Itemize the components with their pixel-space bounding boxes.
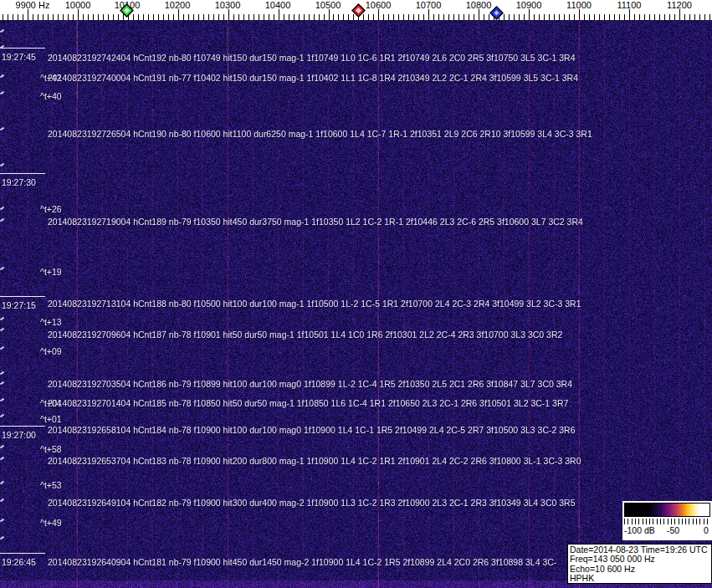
ruler-tick — [208, 14, 209, 20]
ruler-tick — [694, 14, 695, 20]
ruler-tick — [88, 14, 89, 20]
ruler-tick — [464, 14, 464, 20]
ruler-tick — [223, 14, 224, 20]
ruler-label: 9900 Hz — [16, 0, 50, 10]
ruler-tick — [58, 14, 59, 20]
ruler-tick — [53, 14, 54, 20]
ruler-tick — [243, 14, 244, 20]
time-axis-label: 19:27:30 — [0, 173, 45, 189]
time-offset-tag: ^t+01 — [40, 414, 62, 424]
db-color-scale: -100 dB -50 0 — [622, 501, 712, 540]
ruler-tick — [398, 14, 399, 20]
blue-frequency-marker-icon[interactable] — [489, 6, 504, 20]
ruler-tick — [274, 14, 274, 20]
time-offset-tag: ^t+49 — [40, 518, 62, 528]
ruler-tick — [529, 9, 530, 20]
ruler-tick — [709, 14, 710, 20]
ruler-tick — [589, 14, 590, 20]
color-gradient-bar — [624, 503, 710, 517]
time-offset-tag: ^t+53 — [40, 480, 62, 490]
ruler-tick — [63, 14, 64, 20]
ruler-tick — [679, 9, 680, 20]
ruler-tick — [304, 14, 305, 20]
ruler-tick — [674, 14, 675, 20]
time-axis-label: 19:26:45 — [0, 553, 45, 569]
time-axis-label: 19:27:45 — [0, 48, 45, 64]
echo-log-line: 20140823192658104 hCnt184 nb-78 f10900 h… — [48, 425, 576, 435]
time-text: 19:27:30 — [0, 177, 36, 187]
ruler-tick — [43, 14, 44, 20]
ruler-tick — [373, 14, 374, 20]
ruler-tick — [383, 14, 384, 20]
ruler-tick — [163, 14, 164, 20]
ruler-tick — [413, 14, 414, 20]
green-frequency-marker-icon[interactable] — [120, 3, 134, 18]
ruler-tick — [238, 14, 239, 20]
ruler-tick — [509, 14, 510, 20]
ruler-tick — [98, 14, 99, 20]
ruler-tick — [584, 14, 585, 20]
ruler-tick — [574, 14, 575, 20]
ruler-tick — [178, 9, 179, 20]
echo-log-line: 20140823192701404 hCnt185 nb-78 f10850 h… — [48, 398, 568, 408]
ruler-tick — [108, 14, 109, 20]
ruler-tick — [554, 14, 555, 20]
time-offset-tag: ^t+58 — [40, 444, 62, 454]
ruler-tick — [393, 14, 394, 20]
echo-log-line: 20140823192640904 hCnt181 nb-79 f10900 h… — [48, 557, 556, 567]
time-axis-label: 19:27:15 — [0, 296, 45, 312]
ruler-tick — [193, 14, 194, 20]
ruler-tick — [659, 14, 660, 20]
ruler-label: 10200 — [165, 0, 191, 10]
ruler-tick — [619, 14, 620, 20]
ruler-tick — [644, 14, 645, 20]
ruler-tick — [183, 14, 184, 20]
ruler-tick — [629, 9, 630, 20]
ruler-tick — [569, 14, 570, 20]
time-offset-tag: ^t+40 — [40, 91, 62, 101]
ruler-tick — [458, 14, 459, 20]
ruler-tick — [198, 14, 199, 20]
time-offset-tag: ^t+13 — [40, 317, 62, 327]
time-offset-tag: ^t+26 — [40, 204, 62, 214]
spectrogram-window: { "ruler": { "labels": ["9900 Hz","10000… — [0, 0, 712, 588]
ruler-tick — [448, 14, 449, 20]
ruler-tick — [138, 14, 139, 20]
ruler-tick — [418, 14, 419, 20]
ruler-tick — [309, 14, 310, 20]
ruler-tick — [579, 9, 580, 20]
ruler-tick — [264, 14, 264, 20]
info-station-id: HPHK — [570, 574, 709, 583]
ruler-tick — [699, 14, 700, 20]
echo-log-line: 20140823192742404 hCnt192 nb-80 f10749 h… — [48, 53, 576, 63]
ruler-tick — [524, 14, 525, 20]
ruler-tick — [534, 14, 535, 20]
echo-log-line: 20140823192740004 hCnt191 nb-77 f10402 h… — [48, 73, 578, 83]
ruler-tick — [254, 14, 254, 20]
ruler-tick — [348, 14, 349, 20]
ruler-tick — [564, 14, 565, 20]
ruler-tick — [78, 9, 79, 20]
ruler-tick — [233, 14, 234, 20]
ruler-tick — [314, 14, 315, 20]
ruler-tick — [38, 14, 38, 20]
ruler-tick — [559, 14, 560, 20]
ruler-tick — [279, 9, 279, 20]
ruler-tick — [148, 14, 149, 20]
ruler-tick — [403, 14, 404, 20]
ruler-tick — [614, 14, 615, 20]
ruler-tick — [269, 14, 269, 20]
db-scale-label-max: 0 — [704, 525, 709, 535]
ruler-tick — [479, 9, 479, 20]
time-offset-tag: ^t+04 — [40, 398, 62, 408]
ruler-tick — [118, 14, 119, 20]
ruler-tick — [218, 14, 219, 20]
red-frequency-marker-icon[interactable] — [351, 3, 366, 18]
ruler-tick — [329, 9, 330, 20]
ruler-tick — [3, 14, 3, 20]
time-offset-tag: ^t+19 — [40, 267, 62, 277]
ruler-tick — [539, 14, 540, 20]
ruler-tick — [324, 14, 325, 20]
ruler-tick — [113, 14, 114, 20]
ruler-tick — [338, 14, 339, 20]
